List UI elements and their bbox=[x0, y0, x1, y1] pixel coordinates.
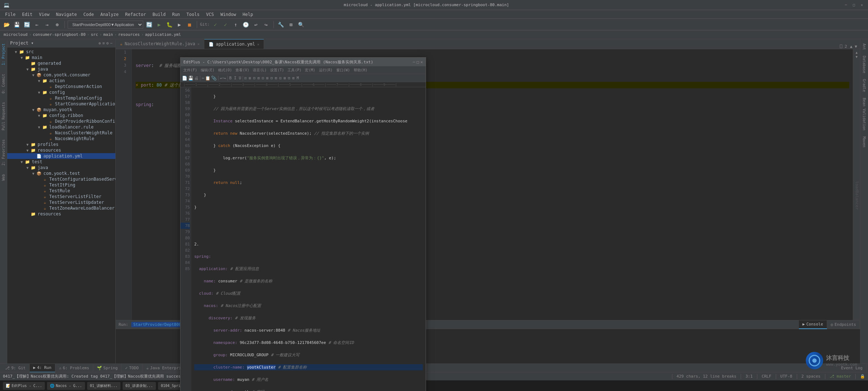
popup-tb-btn[interactable]: 📋 bbox=[205, 76, 210, 81]
popup-tb-btn[interactable]: 📎 bbox=[211, 76, 217, 81]
sidebar-settings-icon[interactable]: ⚙ bbox=[106, 41, 109, 46]
ltab-project[interactable]: 1: Project bbox=[1, 41, 6, 68]
status-indent[interactable]: 2 spaces bbox=[801, 374, 821, 379]
toolbar-run[interactable]: ▶ bbox=[155, 20, 163, 29]
toolbar-git-redo[interactable]: ↪ bbox=[262, 20, 271, 29]
toolbar-git-check[interactable]: ✓ bbox=[211, 20, 220, 29]
toolbar-save[interactable]: 💾 bbox=[12, 20, 21, 29]
breadcrumb-microcloud[interactable]: microcloud bbox=[4, 32, 27, 37]
vtab-maven[interactable]: Maven bbox=[861, 134, 867, 150]
popup-menu-run[interactable]: 运行(R) bbox=[318, 67, 334, 73]
menu-analyze[interactable]: Analyze bbox=[97, 11, 122, 18]
toolbar-back[interactable]: ← bbox=[33, 20, 41, 29]
tree-profiles[interactable]: ▼ 📁 profiles bbox=[7, 142, 115, 147]
toolbar-debug[interactable]: 🐛 bbox=[165, 20, 174, 29]
toolbar-git-undo[interactable]: ↩ bbox=[252, 20, 260, 29]
toolbar-more[interactable]: ⊞ bbox=[287, 20, 295, 29]
tree-dept-action[interactable]: ☕ DeptConsumerAction bbox=[7, 84, 115, 89]
tree-java[interactable]: ▼ 📁 java bbox=[7, 66, 115, 72]
menu-code[interactable]: Code bbox=[81, 11, 97, 18]
tree-resources[interactable]: ▼ 📁 resources bbox=[7, 147, 115, 153]
tree-loadbalancer-rule[interactable]: ▼ 📁 loadbalancer.rule bbox=[7, 124, 115, 130]
popup-close[interactable]: ✕ bbox=[420, 60, 423, 64]
tree-test-java[interactable]: ▼ 📁 java bbox=[7, 165, 115, 171]
toolbar-sync[interactable]: 🔄 bbox=[22, 20, 31, 29]
tree-nacos-cluster-weight[interactable]: ☕ NacosClusterWeightRule bbox=[7, 130, 115, 136]
toolbar-stop[interactable]: ■ bbox=[185, 20, 194, 29]
popup-menu-help[interactable]: 帮助(H) bbox=[352, 67, 369, 73]
menu-build[interactable]: Build bbox=[150, 11, 169, 18]
tree-com-yootk[interactable]: ▼ 📦 com.yootk.consumer bbox=[7, 72, 115, 78]
ltab-pull-requests[interactable]: Pull Requests bbox=[1, 99, 6, 133]
menu-window[interactable]: Window bbox=[217, 11, 239, 18]
popup-menu-lang[interactable]: 语言(L) bbox=[251, 67, 268, 73]
tab-close-icon[interactable]: ✕ bbox=[257, 42, 259, 46]
menu-vcs[interactable]: VCS bbox=[203, 11, 217, 18]
popup-tb-undo[interactable]: ↩ bbox=[220, 76, 222, 81]
popup-menu-format[interactable]: 格式(O) bbox=[217, 67, 233, 73]
tree-src[interactable]: ▼ 📁 src bbox=[7, 49, 115, 55]
toolbar-open[interactable]: 📂 bbox=[2, 20, 11, 29]
menu-edit[interactable]: Edit bbox=[19, 11, 35, 18]
tab-nacos-cluster[interactable]: ☕ NacosClusterWeightRule.java ✕ bbox=[116, 39, 204, 49]
tab-close-icon[interactable]: ✕ bbox=[197, 42, 200, 46]
popup-tb-btn[interactable]: 📄 bbox=[182, 76, 187, 81]
breadcrumb-src[interactable]: src bbox=[91, 32, 98, 37]
tree-test[interactable]: ▼ 📁 test bbox=[7, 159, 115, 165]
taskbar-edtplus[interactable]: 📝 EdtPlus - C... bbox=[3, 382, 45, 390]
app-tab-problems[interactable]: ⚠ 6: Problems bbox=[55, 364, 93, 373]
status-crlf[interactable]: CRLF bbox=[762, 374, 771, 379]
right-tool-btn[interactable]: ▲ bbox=[856, 51, 858, 54]
app-tab-git[interactable]: ⎇ 9: Git bbox=[1, 364, 30, 373]
sidebar-locate-icon[interactable]: ⊕ bbox=[99, 41, 101, 46]
minimize-button[interactable]: ─ bbox=[843, 3, 848, 8]
run-config-dropdown[interactable]: StartProviderDept800▼Application bbox=[68, 21, 143, 29]
popup-menu-settings[interactable]: 设置(T) bbox=[269, 67, 285, 73]
taskbar-nacos[interactable]: 🌐 Nacos - G... bbox=[47, 382, 85, 390]
status-branch[interactable]: ⎇ master bbox=[830, 374, 851, 379]
popup-content[interactable]: } // 因为最终所需要的是一个Server实例信息，所以这个时候可以考虑随机读… bbox=[191, 87, 426, 391]
toolbar-git-push[interactable]: ↑ bbox=[231, 20, 240, 29]
menu-view[interactable]: View bbox=[36, 11, 52, 18]
breadcrumb-resources[interactable]: resources bbox=[118, 32, 140, 37]
toolbar-cursor[interactable]: ⊕ bbox=[53, 20, 61, 29]
breadcrumb-file[interactable]: application.yml bbox=[145, 32, 181, 37]
popup-menu-edit[interactable]: 编辑(E) bbox=[199, 67, 216, 73]
tree-test-resources[interactable]: 📁 resources bbox=[7, 211, 115, 217]
toolbar-settings[interactable]: 🔧 bbox=[277, 20, 285, 29]
tree-nacos-weight[interactable]: ☕ NacosWeightRule bbox=[7, 136, 115, 142]
popup-code-area[interactable]: 56 57 58 59 60 61 62 63 64 65 66 67 68 6… bbox=[180, 87, 426, 391]
tree-startconsumer[interactable]: ☕ StartConsumerApplication bbox=[7, 101, 115, 107]
app-tab-run[interactable]: ▶ 4: Run bbox=[30, 364, 55, 373]
popup-maximize[interactable]: □ bbox=[417, 60, 419, 64]
popup-menu-view[interactable]: 查看(V) bbox=[234, 67, 251, 73]
tree-testit-ping[interactable]: ☕ TestItPing bbox=[7, 182, 115, 188]
toolbar-git-clock[interactable]: 🕐 bbox=[242, 20, 250, 29]
toolbar-run-refresh[interactable]: 🔄 bbox=[145, 20, 153, 29]
menu-help[interactable]: Help bbox=[240, 11, 256, 18]
tree-test-zone[interactable]: ☕ TestZoneAwareLoadBalancer bbox=[7, 205, 115, 211]
tree-com-yootk-test[interactable]: ▼ 📦 com.yootk.test bbox=[7, 171, 115, 176]
popup-menu-macro[interactable]: 宏(M) bbox=[303, 67, 316, 73]
app-tab-spring[interactable]: 🌱 Spring bbox=[93, 364, 122, 373]
vtab-gradle[interactable]: Gradle bbox=[861, 76, 867, 95]
maximize-button[interactable]: □ bbox=[851, 3, 856, 8]
app-tab-todo[interactable]: ✓ TODO bbox=[122, 364, 142, 373]
toolbar-search[interactable]: 🔍 bbox=[297, 20, 306, 29]
tab-application-yml[interactable]: 📄 application.yml ✕ bbox=[204, 39, 264, 49]
tree-test-config[interactable]: ☕ TestConfigurationBasedServerList bbox=[7, 176, 115, 182]
popup-menu-tools[interactable]: 工具(P) bbox=[286, 67, 303, 73]
tree-deptprovider-ribbon[interactable]: ☕ DeptProviderRibbonConfig bbox=[7, 118, 115, 124]
right-tool-btn2[interactable]: ▼ bbox=[856, 55, 858, 59]
tree-action[interactable]: ▼ 📁 action bbox=[7, 78, 115, 84]
tree-main[interactable]: ▼ 📁 main bbox=[7, 55, 115, 60]
tree-resttemplate[interactable]: ☕ RestTemplateConfig bbox=[7, 95, 115, 101]
ltab-web[interactable]: Web bbox=[1, 171, 6, 184]
popup-tb-btn[interactable]: 🖨 bbox=[194, 76, 199, 81]
popup-menu-file[interactable]: 文件(F) bbox=[182, 67, 199, 73]
taskbar-03[interactable]: 03_讲课录制... bbox=[123, 382, 156, 390]
breadcrumb-module[interactable]: consumer-springboot-80 bbox=[33, 32, 86, 37]
tree-config[interactable]: ▼ 📁 config bbox=[7, 89, 115, 95]
popup-tb-btn[interactable]: 💾 bbox=[188, 76, 193, 81]
tree-test-rule[interactable]: ☕ TestRule bbox=[7, 188, 115, 194]
